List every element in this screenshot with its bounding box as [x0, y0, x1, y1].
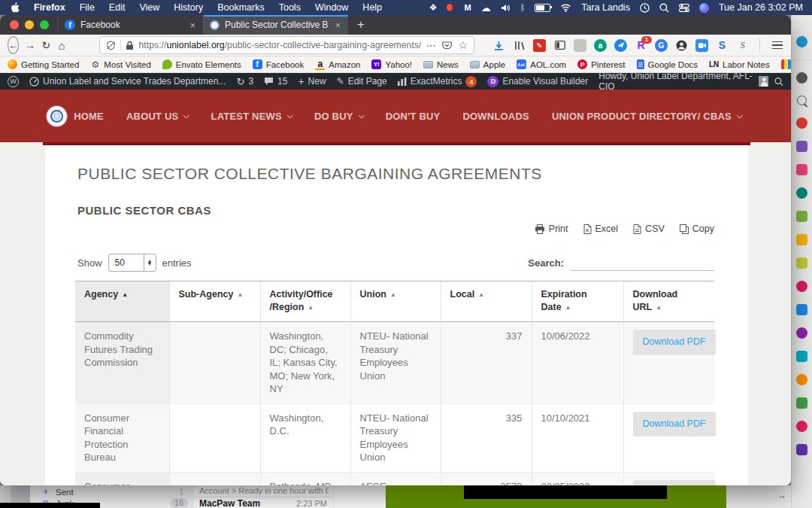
avatar[interactable]: [759, 76, 768, 87]
app-launcher-icon[interactable]: [796, 234, 807, 245]
siri-icon[interactable]: [699, 3, 709, 13]
minimize-window-button[interactable]: [25, 20, 34, 29]
dropbox-icon[interactable]: ❖: [429, 2, 438, 13]
downloads-icon[interactable]: [492, 39, 505, 52]
column-header-activity[interactable]: Activity/Office /Region▲: [260, 281, 350, 322]
app-launcher-icon[interactable]: [796, 351, 807, 362]
menubar-clock[interactable]: Tue Jan 26 3:02 PM: [719, 2, 803, 13]
clock-icon[interactable]: [640, 3, 650, 13]
app-launcher-icon[interactable]: [796, 281, 807, 292]
bookmark-classtools[interactable]: ClassTools.net Inter...: [781, 59, 791, 69]
menu-history[interactable]: History: [174, 2, 203, 13]
column-header-agency[interactable]: Agency▲: [75, 281, 169, 322]
wp-new-button[interactable]: +New: [298, 75, 326, 87]
bookmark-most-visited[interactable]: ⚙Most Visited: [90, 59, 150, 69]
wp-exactmetrics[interactable]: ExactMetrics 4: [398, 76, 477, 87]
app-launcher-icon[interactable]: [796, 164, 807, 175]
account-icon[interactable]: [675, 39, 688, 52]
app-launcher-icon[interactable]: [796, 257, 807, 269]
page-actions-icon[interactable]: ⋯: [426, 40, 436, 51]
bookmark-envato[interactable]: Envato Elements: [162, 59, 241, 69]
zoom-window-button[interactable]: [40, 20, 49, 29]
reload-button[interactable]: ↻: [41, 39, 51, 51]
disabled-extension-icon[interactable]: [574, 39, 586, 52]
lock-icon[interactable]: [126, 41, 134, 50]
messenger-extension-icon[interactable]: [614, 39, 627, 52]
app-menu-icon[interactable]: [771, 39, 783, 52]
app-launcher-icon[interactable]: [796, 211, 807, 222]
bookmark-getting-started[interactable]: Getting Started: [8, 59, 79, 69]
s-extension-icon[interactable]: S: [716, 39, 729, 52]
menubar-username[interactable]: Tara Landis: [581, 2, 630, 13]
app-launcher-icon[interactable]: [796, 374, 807, 385]
excel-button[interactable]: Excel: [583, 224, 619, 234]
nav-downloads[interactable]: DOWNLOADS: [462, 111, 529, 122]
menu-help[interactable]: Help: [362, 2, 382, 13]
bookmark-yahoo[interactable]: Y!Yahoo!: [371, 59, 412, 69]
app-launcher-icon[interactable]: [796, 421, 807, 432]
nav-do-buy[interactable]: DO BUY: [314, 111, 363, 122]
tab-facebook[interactable]: f Facebook ×: [58, 15, 203, 35]
close-tab-icon[interactable]: ×: [333, 20, 342, 31]
wp-site-menu[interactable]: Union Label and Service Trades Departmen…: [29, 76, 226, 87]
menu-edit[interactable]: Edit: [109, 2, 126, 13]
print-button[interactable]: Print: [535, 224, 568, 234]
tracking-protection-shield-icon[interactable]: [106, 41, 116, 50]
app-launcher-icon[interactable]: [796, 444, 807, 455]
bluetooth-icon[interactable]: ᛒ: [520, 3, 526, 12]
search-input[interactable]: [570, 255, 714, 271]
wp-comments[interactable]: 15: [264, 76, 287, 87]
nav-about-us[interactable]: ABOUT US: [126, 111, 189, 122]
download-pdf-button[interactable]: Download PDF: [633, 480, 716, 486]
column-header-sub-agency[interactable]: Sub-Agency▲: [169, 281, 260, 322]
g-extension-icon[interactable]: G: [655, 39, 668, 52]
bookmark-labor-notes[interactable]: LNLabor Notes: [709, 59, 770, 69]
app-launcher-icon[interactable]: [796, 141, 807, 152]
wp-howdy-account[interactable]: Howdy, Union Label Department, AFL-CIO: [598, 71, 753, 92]
back-button[interactable]: ←: [8, 36, 19, 54]
column-header-download[interactable]: Download URL▲: [623, 281, 714, 322]
bookmark-pinterest[interactable]: PPinterest: [577, 59, 625, 69]
menu-file[interactable]: File: [80, 2, 95, 13]
library-icon[interactable]: [513, 39, 526, 52]
apple-menu-icon[interactable]: [11, 2, 20, 13]
assistant-extension-icon[interactable]: a: [594, 39, 607, 52]
column-header-local[interactable]: Local▲: [441, 281, 532, 322]
app-launcher-icon[interactable]: [796, 117, 807, 129]
app-launcher-icon[interactable]: [796, 304, 807, 315]
control-center-icon[interactable]: [679, 4, 689, 12]
bookmark-folder-apple[interactable]: Apple: [470, 60, 505, 69]
menu-window[interactable]: Window: [315, 2, 348, 13]
column-header-expiration[interactable]: Expiration Date▲: [532, 281, 623, 322]
forward-button[interactable]: →: [25, 39, 35, 51]
menu-tools[interactable]: Tools: [279, 2, 301, 13]
r-extension-icon[interactable]: R1: [635, 39, 647, 52]
page-size-select[interactable]: 50 ▴▾: [108, 254, 156, 272]
copy-button[interactable]: Copy: [680, 224, 714, 234]
app-launcher-icon[interactable]: [796, 397, 807, 409]
nav-dont-buy[interactable]: DON'T BUY: [386, 111, 441, 122]
search-icon[interactable]: [797, 96, 807, 105]
column-header-union[interactable]: Union▲: [350, 281, 441, 322]
app-launcher-icon[interactable]: [796, 36, 807, 47]
wp-visual-builder-button[interactable]: DEnable Visual Builder: [487, 76, 588, 87]
nav-latest-news[interactable]: LATEST NEWS: [211, 111, 291, 122]
tab-public-sector[interactable]: Public Sector Collective Bargai ×: [203, 15, 348, 35]
wp-updates[interactable]: ↻3: [236, 76, 253, 87]
wp-logo-menu[interactable]: W: [8, 76, 19, 87]
bookmark-amazon[interactable]: aAmazon: [315, 59, 360, 70]
bookmark-google-docs[interactable]: Google Docs: [637, 59, 698, 69]
app-launcher-icon[interactable]: [796, 327, 807, 339]
wp-edit-page-button[interactable]: ✎Edit Page: [337, 76, 387, 87]
site-logo[interactable]: [47, 106, 67, 126]
bookmark-folder-news[interactable]: News: [423, 60, 459, 69]
nav-home[interactable]: HOME: [74, 111, 104, 122]
sidebar-toggle-icon[interactable]: [553, 39, 566, 52]
download-pdf-button[interactable]: Download PDF: [633, 412, 716, 437]
cloud-upload-icon[interactable]: ☁: [481, 2, 491, 14]
close-window-button[interactable]: [10, 20, 19, 29]
volume-icon[interactable]: [501, 4, 511, 12]
menu-bookmarks[interactable]: Bookmarks: [217, 2, 265, 13]
mail-preview-text[interactable]: Account > Ready in one hour with Curb...: [199, 486, 329, 495]
mail-sender[interactable]: MacPaw Team: [199, 498, 260, 508]
